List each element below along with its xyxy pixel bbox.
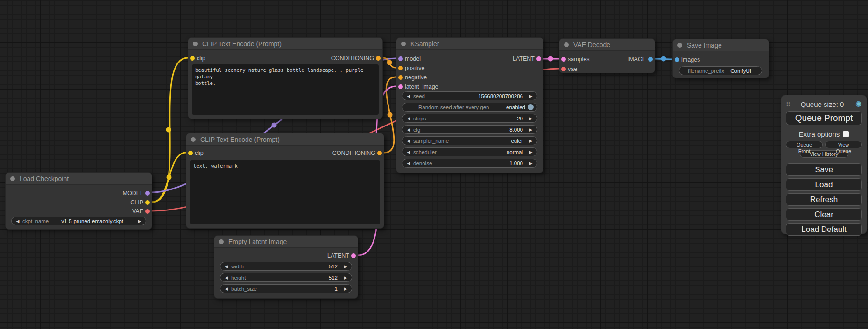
collapse-dot-icon[interactable]: [677, 43, 682, 48]
node-clip-text-encode-negative[interactable]: CLIP Text Encode (Prompt) clip CONDITION…: [186, 133, 384, 229]
node-save-image[interactable]: Save Image images filename_prefix ComfyU…: [672, 39, 769, 78]
collapse-dot-icon[interactable]: [193, 42, 198, 46]
node-title-bar[interactable]: KSampler: [396, 38, 543, 50]
image-output-dot[interactable]: [648, 57, 653, 62]
conditioning-output-dot[interactable]: [377, 151, 382, 155]
collapse-dot-icon[interactable]: [401, 42, 406, 46]
vae-output-dot[interactable]: [145, 209, 150, 214]
link-dot: [272, 123, 277, 128]
collapse-dot-icon[interactable]: [564, 42, 569, 47]
widget-value: ComfyUI: [730, 68, 751, 74]
output-slot-conditioning: CONDITIONING: [332, 148, 384, 158]
decrement-arrow-icon[interactable]: ◀: [14, 219, 21, 224]
widget-value: normal: [507, 149, 523, 155]
toggle-dot-icon[interactable]: [528, 104, 534, 110]
widget-width[interactable]: ◀ width 512 ▶: [220, 262, 352, 271]
extra-options-checkbox[interactable]: [843, 131, 849, 137]
model-output-dot[interactable]: [145, 191, 150, 196]
increment-arrow-icon[interactable]: ▶: [342, 264, 349, 269]
decrement-arrow-icon[interactable]: ◀: [405, 150, 412, 154]
decrement-arrow-icon[interactable]: ◀: [223, 275, 230, 280]
settings-gear-icon[interactable]: ✺: [855, 100, 862, 108]
increment-arrow-icon[interactable]: ▶: [136, 219, 143, 224]
widget-label: filename_prefix: [688, 68, 724, 74]
samples-input-dot[interactable]: [561, 57, 566, 62]
widget-label: seed: [413, 93, 425, 99]
collapse-dot-icon[interactable]: [10, 176, 15, 181]
increment-arrow-icon[interactable]: ▶: [528, 139, 534, 143]
negative-prompt-textarea[interactable]: text, watermark: [190, 160, 380, 224]
widget-value: 8.000: [509, 127, 523, 133]
increment-arrow-icon[interactable]: ▶: [342, 287, 349, 291]
widget-seed[interactable]: ◀ seed 156680208700286 ▶: [402, 91, 537, 100]
widget-sampler-name[interactable]: ◀ sampler_name euler ▶: [402, 136, 537, 145]
vae-input-dot[interactable]: [561, 67, 566, 71]
load-default-button[interactable]: Load Default: [786, 223, 862, 236]
clear-button[interactable]: Clear: [786, 208, 862, 221]
positive-input-dot[interactable]: [398, 66, 403, 70]
load-button[interactable]: Load: [786, 178, 862, 191]
images-input-dot[interactable]: [675, 57, 679, 62]
decrement-arrow-icon[interactable]: ◀: [405, 94, 412, 98]
link-dot: [661, 56, 666, 62]
negative-input-dot[interactable]: [398, 75, 403, 80]
decrement-arrow-icon[interactable]: ◀: [405, 116, 412, 121]
increment-arrow-icon[interactable]: ▶: [528, 127, 534, 132]
latent-image-input-dot[interactable]: [398, 84, 403, 89]
decrement-arrow-icon[interactable]: ◀: [223, 287, 230, 291]
widget-steps[interactable]: ◀ steps 20 ▶: [402, 114, 537, 123]
widget-filename-prefix[interactable]: filename_prefix ComfyUI: [679, 66, 762, 75]
widget-batch-size[interactable]: ◀ batch_size 1 ▶: [220, 284, 352, 293]
widget-label: batch_size: [231, 286, 257, 292]
decrement-arrow-icon[interactable]: ◀: [223, 264, 230, 269]
decrement-arrow-icon[interactable]: ◀: [405, 139, 412, 143]
widget-cfg[interactable]: ◀ cfg 8.000 ▶: [402, 125, 537, 134]
decrement-arrow-icon[interactable]: ◀: [405, 161, 412, 166]
view-queue-button[interactable]: View Queue: [825, 141, 862, 148]
widget-random-seed-toggle[interactable]: Random seed after every gen enabled: [402, 103, 537, 112]
decrement-arrow-icon[interactable]: ◀: [405, 127, 412, 132]
node-title-bar[interactable]: CLIP Text Encode (Prompt): [188, 38, 382, 50]
increment-arrow-icon[interactable]: ▶: [528, 116, 534, 121]
increment-arrow-icon[interactable]: ▶: [528, 94, 534, 98]
save-button[interactable]: Save: [786, 163, 862, 176]
latent-output-dot[interactable]: [351, 253, 356, 258]
clip-output-dot[interactable]: [145, 200, 150, 205]
positive-prompt-textarea[interactable]: beautiful scenery nature glass bottle la…: [192, 64, 379, 115]
node-vae-decode[interactable]: VAE Decode samples vae IMAGE: [559, 38, 655, 73]
slot-label: IMAGE: [628, 56, 646, 63]
output-slot-latent: LATENT: [513, 54, 543, 63]
node-load-checkpoint[interactable]: Load Checkpoint MODEL CLIP VAE ◀ ckpt_na…: [5, 172, 152, 230]
widget-denoise[interactable]: ◀ denoise 1.000 ▶: [402, 159, 537, 168]
increment-arrow-icon[interactable]: ▶: [342, 275, 349, 280]
queue-prompt-button[interactable]: Queue Prompt: [786, 111, 862, 125]
model-input-dot[interactable]: [398, 56, 403, 61]
node-title-bar[interactable]: Save Image: [673, 39, 769, 51]
node-ksampler[interactable]: KSampler model positive negative latent_…: [396, 37, 543, 173]
collapse-dot-icon[interactable]: [219, 239, 224, 244]
widget-label: cfg: [413, 127, 420, 133]
node-title-bar[interactable]: Empty Latent Image: [214, 236, 358, 248]
widget-value: 512: [329, 264, 338, 269]
node-title-bar[interactable]: Load Checkpoint: [6, 173, 152, 185]
widget-label: steps: [413, 116, 426, 121]
clip-input-dot[interactable]: [190, 56, 195, 61]
collapse-dot-icon[interactable]: [191, 137, 196, 142]
node-title-bar[interactable]: CLIP Text Encode (Prompt): [186, 133, 384, 146]
node-clip-text-encode-positive[interactable]: CLIP Text Encode (Prompt) clip CONDITION…: [188, 37, 383, 119]
conditioning-output-dot[interactable]: [376, 56, 381, 61]
slot-label: samples: [568, 56, 590, 63]
clip-input-dot[interactable]: [188, 151, 193, 155]
widget-height[interactable]: ◀ height 512 ▶: [220, 273, 352, 282]
node-empty-latent-image[interactable]: Empty Latent Image LATENT ◀ width 512 ▶ …: [214, 235, 358, 299]
node-title-bar[interactable]: VAE Decode: [559, 39, 655, 51]
drag-handle-icon[interactable]: ⠿: [786, 101, 790, 108]
queue-front-button[interactable]: Queue Front: [786, 141, 823, 148]
widget-scheduler[interactable]: ◀ scheduler normal ▶: [402, 147, 537, 156]
refresh-button[interactable]: Refresh: [786, 193, 862, 206]
slot-label: negative: [405, 74, 427, 81]
increment-arrow-icon[interactable]: ▶: [528, 161, 534, 166]
latent-output-dot[interactable]: [536, 56, 541, 61]
widget-ckpt-name[interactable]: ◀ ckpt_name v1-5-pruned-emaonly.ckpt ▶: [11, 217, 146, 225]
increment-arrow-icon[interactable]: ▶: [528, 150, 534, 154]
